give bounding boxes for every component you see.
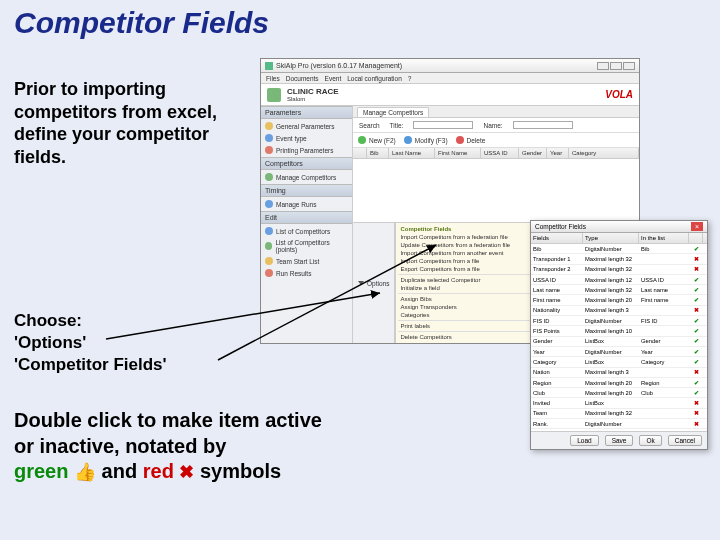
field-row[interactable]: InvitedListBox✖ (531, 398, 707, 408)
vola-logo: VOLA (605, 89, 633, 100)
section-parameters: Parameters (261, 106, 352, 119)
choose-block: Choose: 'Options' 'Competitor Fields' (14, 310, 167, 375)
window-title: SkiAlp Pro (version 6.0.17 Management) (276, 62, 402, 69)
modify-button[interactable]: Modify (F3) (404, 136, 448, 144)
dialog-footer: Load Save Ok Cancel (531, 431, 707, 449)
field-row[interactable]: FIS IDDigitalNumberFIS ID✔ (531, 316, 707, 326)
chevron-down-icon (358, 281, 364, 285)
menu-help[interactable]: ? (408, 75, 412, 82)
choose-l2: 'Options' (14, 332, 167, 354)
section-edit: Edit (261, 211, 352, 224)
section-timing: Timing (261, 184, 352, 197)
intro-text: Prior to importing competitors from exce… (14, 78, 234, 168)
search-title-input[interactable] (413, 121, 473, 129)
table-header: Bib Last Name First Name USSA ID Gender … (353, 148, 639, 159)
search-bar: Search Title: Name: (353, 118, 639, 133)
sidebar-item-list[interactable]: List of Competitors (263, 226, 350, 236)
menu-documents[interactable]: Documents (286, 75, 319, 82)
sidebar-item-manage-competitors[interactable]: Manage Competitors (263, 172, 350, 182)
dialog-titlebar: Competitor Fields × (531, 221, 707, 233)
field-row[interactable]: BibDigitalNumberBib✔ (531, 244, 707, 254)
and-word: and (102, 460, 143, 482)
field-row[interactable]: ClubMaximal length 20Club✔ (531, 388, 707, 398)
dbl-l1: Double click to make item active (14, 408, 322, 434)
field-row[interactable]: FIS PointsMaximal length 10✔ (531, 326, 707, 336)
close-button[interactable] (623, 62, 635, 70)
section-competitors: Competitors (261, 157, 352, 170)
red-word: red (143, 460, 180, 482)
field-row[interactable]: Transponder 2Maximal length 32✖ (531, 265, 707, 275)
save-button[interactable]: Save (605, 435, 634, 446)
field-row[interactable]: GenderListBoxGender✔ (531, 337, 707, 347)
field-row[interactable]: NationMaximal length 3✖ (531, 368, 707, 378)
dialog-close-button[interactable]: × (691, 222, 703, 231)
tabbar: Manage Competitors (353, 106, 639, 118)
sidebar-item-eventtype[interactable]: Event type (263, 133, 350, 143)
competitor-table: Bib Last Name First Name USSA ID Gender … (353, 148, 639, 222)
tab-manage-competitors[interactable]: Manage Competitors (357, 107, 429, 117)
doubleclick-block: Double click to make item active or inac… (14, 408, 322, 485)
field-row[interactable]: Last nameMaximal length 32Last name✔ (531, 285, 707, 295)
menu-localconfig[interactable]: Local configuration (347, 75, 402, 82)
field-row[interactable]: RegionMaximal length 20Region✔ (531, 378, 707, 388)
dialog-rows: BibDigitalNumberBib✔Transponder 1Maximal… (531, 244, 707, 430)
app-header: CLINIC RACE Slalom VOLA (261, 84, 639, 106)
choose-l1: Choose: (14, 310, 167, 332)
race-logo-icon (267, 88, 281, 102)
race-name: CLINIC RACE (287, 87, 339, 96)
titlebar: SkiAlp Pro (version 6.0.17 Management) (261, 59, 639, 73)
search-title-label: Title: (390, 122, 404, 129)
search-name-input[interactable] (513, 121, 573, 129)
new-button[interactable]: New (F2) (358, 136, 396, 144)
green-word: green (14, 460, 74, 482)
sidebar-item-run-results[interactable]: Run Results (263, 268, 350, 278)
search-name-label: Name: (483, 122, 502, 129)
field-row[interactable]: YearDigitalNumberYear✔ (531, 347, 707, 357)
competitor-fields-dialog: Competitor Fields × Fields Type In the l… (530, 220, 708, 450)
menu-files[interactable]: Files (266, 75, 280, 82)
x-icon: ✖ (179, 462, 194, 482)
dbl-l3: green 👍 and red ✖ symbols (14, 459, 322, 485)
field-row[interactable]: InfoText✖ (531, 429, 707, 430)
field-row[interactable]: TeamMaximal length 32✖ (531, 409, 707, 419)
window-buttons (597, 62, 635, 70)
field-row[interactable]: Transponder 1Maximal length 32✖ (531, 254, 707, 264)
dialog-header: Fields Type In the list (531, 233, 707, 244)
field-row[interactable]: Rank.DigitalNumber✖ (531, 419, 707, 429)
app-icon (265, 62, 273, 70)
dbl-l2: or inactive, notated by (14, 434, 322, 460)
menu-event[interactable]: Event (325, 75, 342, 82)
sidebar: Parameters General Parameters Event type… (261, 106, 353, 343)
sidebar-item-manage-runs[interactable]: Manage Runs (263, 199, 350, 209)
hand-icon: 👍 (74, 462, 96, 482)
sidebar-item-team-startlist[interactable]: Team Start List (263, 256, 350, 266)
cancel-button[interactable]: Cancel (668, 435, 702, 446)
choose-l3: 'Competitor Fields' (14, 354, 167, 376)
field-row[interactable]: NationalityMaximal length 3✖ (531, 306, 707, 316)
sidebar-item-general[interactable]: General Parameters (263, 121, 350, 131)
slide-title: Competitor Fields (14, 6, 269, 40)
max-button[interactable] (610, 62, 622, 70)
field-row[interactable]: CategoryListBoxCategory✔ (531, 357, 707, 367)
delete-button[interactable]: Delete (456, 136, 486, 144)
search-label: Search (359, 122, 380, 129)
race-sub: Slalom (287, 96, 339, 102)
symbols-word: symbols (194, 460, 281, 482)
sidebar-item-list-points[interactable]: List of Competitors (points) (263, 238, 350, 254)
field-row[interactable]: USSA IDMaximal length 12USSA ID✔ (531, 275, 707, 285)
dialog-title: Competitor Fields (535, 223, 586, 230)
min-button[interactable] (597, 62, 609, 70)
sidebar-item-printing[interactable]: Printing Parameters (263, 145, 350, 155)
field-row[interactable]: First nameMaximal length 20First name✔ (531, 295, 707, 305)
options-button[interactable]: Options (353, 223, 395, 343)
load-button[interactable]: Load (570, 435, 598, 446)
menubar: Files Documents Event Local configuratio… (261, 73, 639, 84)
ok-button[interactable]: Ok (639, 435, 661, 446)
